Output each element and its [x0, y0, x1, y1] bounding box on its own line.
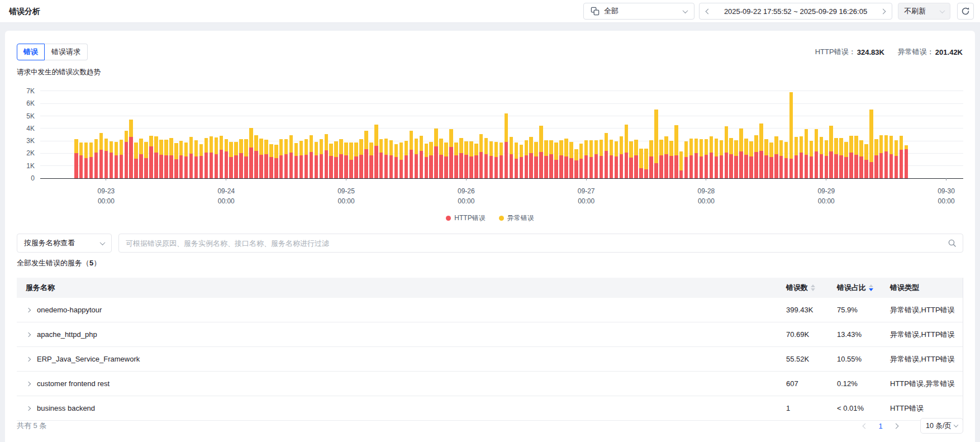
table-row[interactable]: apache_httpd_php 70.69K 13.43% 异常错误,HTTP… [17, 322, 963, 347]
svg-text:7K: 7K [26, 87, 35, 95]
expand-row-button[interactable] [27, 372, 30, 396]
refresh-icon [961, 7, 970, 16]
error-types: 异常错误,HTTP错误 [890, 347, 955, 372]
service-name: onedemo-happytour [37, 298, 102, 322]
svg-text:6K: 6K [26, 99, 35, 107]
tab-error[interactable]: 错误 [17, 44, 45, 60]
http-error-label: HTTP错误： [815, 47, 856, 57]
error-trend-chart[interactable]: 01K2K3K4K5K6K7K09-2300:0009-2400:0009-25… [17, 84, 963, 212]
error-ratio: 13.43% [837, 322, 862, 347]
chevron-down-icon [954, 422, 958, 427]
chart-title: 请求中发生的错误次数趋势 [17, 68, 101, 77]
page-number[interactable]: 1 [876, 422, 885, 430]
service-name: business backend [37, 396, 95, 421]
table-row[interactable]: customer frontend rest 607 0.12% HTTP错误,… [17, 372, 963, 396]
view-by-value: 按服务名称查看 [24, 238, 75, 248]
legend-dot-http [446, 216, 451, 221]
svg-text:09-28: 09-28 [698, 187, 715, 195]
sort-caret-icon[interactable] [869, 284, 873, 291]
svg-text:2K: 2K [26, 149, 35, 157]
error-types: 异常错误,HTTP错误 [890, 298, 955, 322]
table-row[interactable]: business backend 1 < 0.01% HTTP错误 [17, 396, 963, 421]
col-error-types: 错误类型 [890, 278, 919, 298]
svg-text:09-29: 09-29 [817, 187, 835, 195]
page-size-value: 10 条/页 [926, 421, 952, 431]
svg-text:09-27: 09-27 [578, 187, 595, 195]
error-count: 55.52K [786, 347, 809, 372]
error-services-table: 服务名称 错误数 错误占比 错误类型 onedemo-happytour 399… [17, 278, 963, 421]
refresh-interval-value: 不刷新 [904, 6, 926, 16]
svg-text:3K: 3K [26, 137, 35, 145]
error-count: 1 [786, 396, 790, 421]
chevron-left-icon[interactable] [706, 8, 711, 14]
http-error-value: 324.83K [857, 48, 884, 56]
svg-text:09-24: 09-24 [217, 187, 235, 195]
legend-item-http[interactable]: HTTP错误 [446, 213, 485, 223]
svg-text:4K: 4K [26, 125, 35, 132]
svg-text:1K: 1K [26, 162, 35, 170]
error-ratio: 75.9% [837, 298, 858, 322]
refresh-button[interactable] [957, 3, 974, 20]
page-size-select[interactable]: 10 条/页 [920, 418, 963, 434]
total-count: 共有 5 条 [17, 418, 46, 434]
svg-text:00:00: 00:00 [578, 197, 594, 205]
expand-row-button[interactable] [27, 396, 30, 421]
svg-text:00:00: 00:00 [98, 197, 115, 205]
app-selector[interactable]: 全部 [583, 3, 694, 20]
section-title: 全部发生错误的服务（5） [17, 258, 101, 268]
chevron-down-icon [940, 8, 945, 13]
expand-row-button[interactable] [27, 347, 30, 372]
svg-text:09-26: 09-26 [458, 187, 475, 195]
expand-row-button[interactable] [27, 322, 30, 347]
view-by-select[interactable]: 按服务名称查看 [17, 234, 112, 253]
sort-caret-icon[interactable] [811, 284, 815, 291]
table-row[interactable]: onedemo-happytour 399.43K 75.9% 异常错误,HTT… [17, 298, 963, 322]
service-name: ERP_Java_Service_Framework [37, 347, 140, 372]
top-header: 错误分析 全部 2025-09-22 17:55:52 ~ 2025-09-29… [0, 0, 980, 23]
time-range-picker[interactable]: 2025-09-22 17:55:52 ~ 2025-09-29 16:26:0… [699, 3, 892, 20]
error-ratio: 0.12% [837, 372, 858, 396]
col-error-ratio[interactable]: 错误占比 [837, 278, 873, 298]
svg-text:0: 0 [31, 174, 35, 182]
chevron-right-icon[interactable] [881, 8, 886, 14]
next-page-icon[interactable] [893, 423, 899, 429]
col-error-count[interactable]: 错误数 [786, 278, 815, 298]
legend-dot-exception [499, 216, 504, 221]
error-count: 399.43K [786, 298, 813, 322]
svg-text:00:00: 00:00 [698, 197, 715, 205]
time-range-value[interactable]: 2025-09-22 17:55:52 ~ 2025-09-29 16:26:0… [724, 7, 867, 16]
col-service-name: 服务名称 [26, 278, 55, 298]
prev-page-icon[interactable] [863, 423, 868, 429]
svg-text:00:00: 00:00 [218, 197, 235, 205]
search-box [118, 234, 963, 253]
search-input[interactable] [118, 234, 963, 253]
service-name: apache_httpd_php [37, 322, 97, 347]
chart-legend: HTTP错误 异常错误 [17, 213, 963, 223]
table-row[interactable]: ERP_Java_Service_Framework 55.52K 10.55%… [17, 347, 963, 372]
svg-text:00:00: 00:00 [818, 197, 835, 205]
table-header: 服务名称 错误数 错误占比 错误类型 [17, 278, 963, 298]
exception-error-value: 201.42K [935, 48, 963, 56]
svg-text:00:00: 00:00 [338, 197, 355, 205]
expand-row-button[interactable] [27, 298, 30, 322]
svg-text:5K: 5K [26, 112, 35, 120]
svg-text:09-30: 09-30 [938, 187, 955, 195]
error-types: 异常错误,HTTP错误 [890, 322, 955, 347]
service-name: customer frontend rest [37, 372, 110, 396]
svg-text:09-23: 09-23 [98, 187, 115, 195]
tab-group: 错误 错误请求 [17, 44, 88, 60]
pagination: 1 [863, 418, 898, 434]
app-windows-icon [591, 7, 600, 16]
tab-error-request[interactable]: 错误请求 [45, 44, 88, 60]
error-types: HTTP错误,异常错误 [890, 372, 955, 396]
chevron-down-icon [100, 240, 106, 245]
error-count: 70.69K [786, 322, 809, 347]
svg-text:09-25: 09-25 [337, 187, 355, 195]
exception-error-label: 异常错误： [898, 47, 934, 57]
chevron-down-icon [683, 8, 688, 13]
refresh-interval-select[interactable]: 不刷新 [898, 3, 950, 20]
search-icon[interactable] [948, 239, 957, 248]
error-count: 607 [786, 372, 798, 396]
svg-text:00:00: 00:00 [938, 197, 955, 205]
legend-item-exception[interactable]: 异常错误 [499, 213, 534, 223]
